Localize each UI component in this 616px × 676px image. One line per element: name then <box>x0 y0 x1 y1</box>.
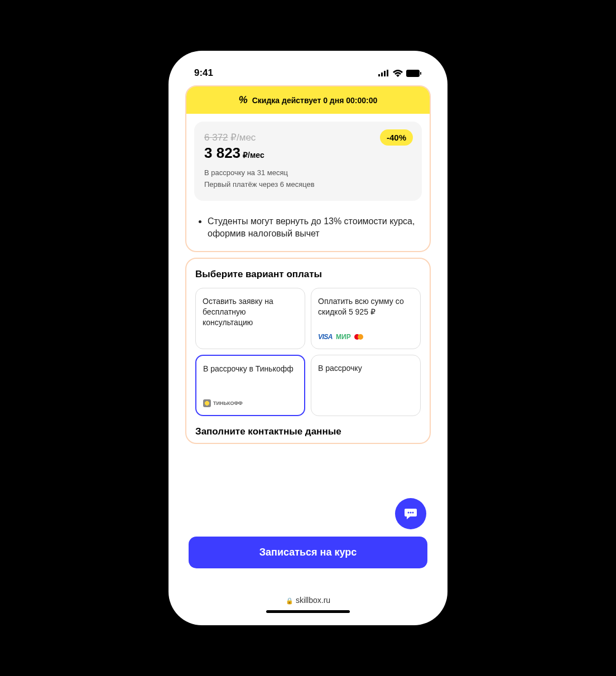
cta-button[interactable]: Записаться на курс <box>189 537 427 568</box>
payment-logos: VISA МИР <box>318 333 413 341</box>
chat-icon <box>403 506 418 521</box>
visa-logo: VISA <box>318 333 333 341</box>
installment-text: В рассрочку на 31 месяц <box>204 167 412 179</box>
new-price: 3 823 <box>204 144 240 162</box>
payment-title: Выберите вариант оплаты <box>195 269 421 280</box>
tinkoff-text: ТИНЬКОФФ <box>213 400 243 406</box>
price-card: % Скидка действует 0 дня 00:00:00 6 372 … <box>185 85 431 252</box>
svg-rect-2 <box>384 71 386 76</box>
first-payment-text: Первый платёж через 6 месяцев <box>204 179 412 191</box>
payment-option-text: В рассрочку в Тинькофф <box>203 364 297 374</box>
payment-grid: Оставить заявку на бесплатную консультац… <box>195 288 421 416</box>
status-icons <box>378 70 422 77</box>
contact-title: Заполните контактные данные <box>195 426 421 437</box>
old-price: 6 372 <box>204 132 228 143</box>
svg-rect-3 <box>387 70 388 76</box>
price-box: 6 372 ₽/мес -40% 3 823 ₽/мес В рассрочку… <box>194 122 422 201</box>
svg-point-6 <box>408 512 410 514</box>
signal-icon <box>378 70 389 76</box>
payment-option-tinkoff[interactable]: В рассрочку в Тинькофф ТИНЬКОФФ <box>195 355 305 416</box>
content-area: % Скидка действует 0 дня 00:00:00 6 372 … <box>176 81 440 559</box>
home-indicator[interactable] <box>266 610 350 613</box>
svg-rect-1 <box>381 73 383 76</box>
bullet-info: Студенты могут вернуть до 13% стоимости … <box>186 209 430 252</box>
mir-logo: МИР <box>336 333 351 341</box>
status-time: 9:41 <box>194 67 213 79</box>
battery-icon <box>406 70 422 77</box>
tax-refund-bullet: Студенты могут вернуть до 13% стоимости … <box>208 215 418 240</box>
payment-option-text: В рассрочку <box>318 363 413 374</box>
phone-screen: 9:41 % Скидка действует 0 дня 00:00:00 6… <box>176 59 440 617</box>
chat-button[interactable] <box>395 498 426 529</box>
new-price-row: 3 823 ₽/мес <box>204 144 412 162</box>
payment-section: Выберите вариант оплаты Оставить заявку … <box>186 259 430 443</box>
payment-option-full[interactable]: Оплатить всю сумму со скидкой 5 925 ₽ VI… <box>311 288 421 349</box>
svg-rect-4 <box>406 70 420 77</box>
svg-rect-5 <box>420 72 421 75</box>
browser-url: skillbox.ru <box>296 596 330 605</box>
cta-label: Записаться на курс <box>259 547 357 558</box>
price-details: В рассрочку на 31 месяц Первый платёж че… <box>204 167 412 191</box>
lock-icon: 🔒 <box>286 597 293 604</box>
wifi-icon <box>393 70 403 77</box>
percent-icon: % <box>239 94 248 106</box>
payment-option-text: Оставить заявку на бесплатную консультац… <box>203 296 298 328</box>
payment-card: Выберите вариант оплаты Оставить заявку … <box>185 258 431 444</box>
tinkoff-shield-icon <box>203 399 211 407</box>
browser-url-row: 🔒skillbox.ru <box>286 596 330 605</box>
new-price-suffix: ₽/мес <box>243 151 264 160</box>
discount-banner: % Скидка действует 0 дня 00:00:00 <box>186 86 430 114</box>
phone-frame: 9:41 % Скидка действует 0 дня 00:00:00 6… <box>169 51 447 625</box>
tinkoff-logo: ТИНЬКОФФ <box>203 399 297 407</box>
payment-option-installment[interactable]: В рассрочку <box>311 355 421 416</box>
svg-point-7 <box>410 512 412 514</box>
browser-bar: 🔒skillbox.ru <box>176 590 440 617</box>
mastercard-logo <box>354 334 363 340</box>
svg-point-8 <box>412 512 414 514</box>
old-price-suffix: ₽/мес <box>230 132 256 143</box>
payment-option-text: Оплатить всю сумму со скидкой 5 925 ₽ <box>318 296 413 317</box>
discount-badge: -40% <box>380 129 413 146</box>
svg-rect-0 <box>378 74 380 76</box>
phone-notch <box>258 59 358 76</box>
payment-option-consult[interactable]: Оставить заявку на бесплатную консультац… <box>195 288 305 349</box>
discount-banner-text: Скидка действует 0 дня 00:00:00 <box>252 96 378 105</box>
